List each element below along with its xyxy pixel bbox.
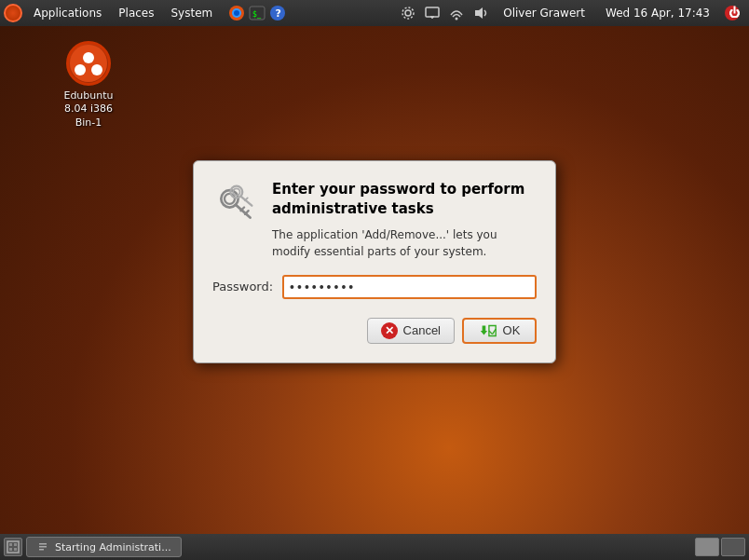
dialog-text-block: Enter your password to perform administr… [272, 180, 537, 260]
dialog-description: The application 'Add/Remove...' lets you… [272, 226, 537, 260]
password-label: Password: [212, 280, 273, 294]
svg-line-24 [245, 211, 249, 214]
password-row: Password: [212, 275, 537, 299]
cancel-icon: ✕ [381, 322, 398, 339]
svg-line-27 [240, 196, 252, 205]
password-dialog: Enter your password to perform administr… [193, 160, 556, 363]
ok-button[interactable]: OK [462, 318, 537, 344]
cancel-button[interactable]: ✕ Cancel [367, 318, 455, 344]
keys-icon [212, 180, 257, 225]
svg-line-28 [245, 198, 248, 200]
dialog-title: Enter your password to perform administr… [272, 180, 537, 219]
cancel-button-label: Cancel [403, 323, 441, 337]
dialog-header: Enter your password to perform administr… [212, 180, 537, 260]
dialog-buttons: ✕ Cancel OK [212, 318, 537, 344]
ok-button-label: OK [503, 323, 521, 337]
dialog-overlay: Enter your password to perform administr… [0, 0, 749, 560]
password-input[interactable] [282, 275, 537, 299]
dialog-body: Password: ✕ Cancel [212, 275, 537, 344]
ok-icon [479, 323, 497, 338]
desktop: Applications Places System $_ [0, 0, 749, 560]
svg-point-21 [225, 193, 235, 203]
